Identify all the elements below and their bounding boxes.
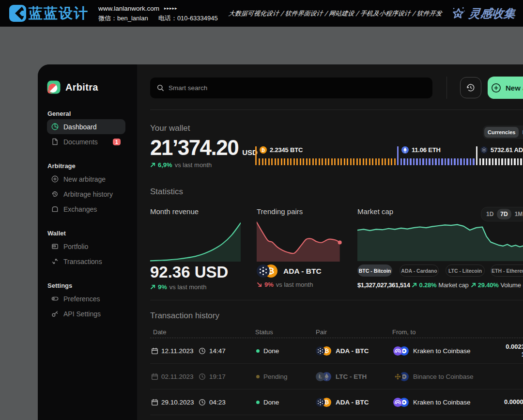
search-bar[interactable] [150, 78, 432, 98]
sidebar-item-transactions[interactable]: Transactions [47, 254, 125, 269]
month-revenue-change-note: vs last month [169, 283, 207, 291]
month-revenue-change-pct: 9% [158, 283, 167, 291]
transaction-status-cell: Done [252, 347, 313, 355]
transaction-time: 19:17 [209, 373, 226, 380]
site-logo[interactable]: 蓝蓝设计 [9, 4, 89, 23]
market-cap-change-label: Market cap [438, 281, 468, 289]
transaction-pair: ADA - BTC [336, 399, 369, 406]
route-exchange-icons [393, 398, 409, 407]
site-url[interactable]: www.lanlanwork.com [98, 5, 159, 13]
market-cap-range-tabs: 1D7D1M [481, 207, 523, 221]
transactions-header-row: DateStatusPairFrom, to [150, 327, 523, 337]
transaction-amount-cell: 0.00231 [504, 343, 523, 359]
range-tab-1m[interactable]: 1M [511, 209, 523, 219]
wallet-section: Your wallet CurrenciesExchanges 21’374.2… [150, 110, 523, 169]
transaction-status: Done [263, 399, 279, 406]
transactions-rows: 12.11.202314:47Done₿ADA - BTCKraken to C… [150, 338, 523, 415]
history-button[interactable] [460, 77, 481, 98]
sidebar-section: SettingsPreferencesAPI Settings [47, 282, 137, 321]
arbitra-logo-icon [47, 80, 61, 94]
transaction-amount: 0.0023 [504, 343, 523, 351]
sidebar-item-label: Transactions [63, 258, 102, 265]
range-tab-7d[interactable]: 7D [497, 209, 511, 219]
ltc-coin-icon: Ł [316, 372, 325, 381]
sidebar: Arbitra GeneralDashboardDocuments1Arbitr… [38, 64, 137, 420]
wallet-tab-exchanges[interactable]: Exchanges [519, 127, 523, 138]
svg-text:₿: ₿ [324, 347, 329, 354]
sidebar-nav: GeneralDashboardDocuments1ArbitrageNew a… [47, 110, 137, 321]
holding-label: 5732.61 ADA [480, 146, 523, 154]
sidebar-item-api-settings[interactable]: API Settings [47, 306, 125, 321]
transaction-time: 04:23 [209, 399, 226, 406]
market-cap-stats: $1,327,027,361,514 0.28% Market cap 29.4… [357, 281, 523, 289]
wallet-icon [51, 243, 59, 250]
new-arbitrage-button[interactable]: New arbitrage [488, 77, 523, 99]
sidebar-item-label: Preferences [63, 295, 100, 303]
coin-pill-ltc[interactable]: LTC - Litecoin [446, 264, 485, 277]
market-cap-label: Market cap [357, 207, 393, 216]
month-revenue-change: 9% vs last month [150, 283, 241, 291]
wallet-tab-currencies[interactable]: Currencies [484, 127, 519, 138]
transaction-row[interactable]: 12.11.202314:47Done₿ADA - BTCKraken to C… [150, 338, 523, 364]
transaction-date-cell: 02.11.202319:17 [150, 373, 252, 380]
transaction-date-cell: 29.10.202304:23 [150, 399, 252, 406]
wallet-holding-ada: 5732.61 ADA [476, 146, 523, 165]
holding-marker [476, 146, 477, 165]
coin-pill-btc[interactable]: BTC - Bitcoin [357, 264, 392, 277]
search-input[interactable] [169, 84, 426, 92]
wallet-change-pct: 6,9% [158, 161, 172, 169]
coin-pill-ada[interactable]: ADA - Cardano [400, 264, 439, 277]
lanlan-logo-icon [9, 4, 27, 22]
column-header-date: Date [150, 328, 252, 336]
clock-icon [199, 347, 206, 355]
transaction-route: Kraken to Coinbase [413, 399, 471, 406]
ada-coin-icon [316, 346, 325, 356]
market-cap-card: Market cap 1D7D1M BTC - BitcoinADA - Car… [357, 207, 523, 291]
trending-pairs-label: Trending pairs [257, 207, 342, 216]
sidebar-section-label: Arbitrage [47, 162, 137, 170]
range-tab-1d[interactable]: 1D [483, 209, 497, 219]
ada-coin-icon [316, 398, 325, 407]
transaction-route: Kraken to Coinbase [413, 347, 471, 355]
trending-pair-coins: ₿ [257, 264, 277, 278]
holding-bars [479, 158, 523, 165]
sidebar-item-dashboard[interactable]: Dashboard [47, 119, 125, 134]
sidebar-item-preferences[interactable]: Preferences [47, 291, 125, 306]
transactions-table: DateStatusPairFrom, to 12.11.202314:47Do… [150, 327, 523, 415]
sidebar-item-label: Arbitrage history [63, 190, 113, 198]
dashboard-icon [51, 123, 59, 130]
trend-down-icon [257, 282, 262, 287]
document-icon [51, 138, 59, 145]
transaction-row[interactable]: 29.10.202304:23Done₿ADA - BTCKraken to C… [150, 389, 523, 415]
site-logo-text: 蓝蓝设计 [29, 4, 89, 23]
btc-coin-icon: ₿ [260, 146, 267, 154]
transaction-pair: LTC - ETH [336, 373, 367, 380]
history-icon [465, 82, 476, 93]
column-header-fromto: From, to [389, 328, 504, 336]
transaction-pair-cell: ₿ADA - BTC [313, 346, 389, 356]
sidebar-item-arbitrage-history[interactable]: Arbitrage history [47, 187, 125, 202]
transaction-status: Pending [263, 373, 288, 380]
holding-marker [397, 146, 399, 165]
app-brand-name: Arbitra [65, 82, 98, 93]
transaction-row[interactable]: 02.11.202319:17PendingŁLTC - ETHBinance … [150, 364, 523, 389]
coin-pill-eth[interactable]: ETH - Ethereum [491, 264, 523, 277]
transaction-amount-cell: 0.00005 [504, 398, 523, 406]
arrows-icon: ▸▸▸▸▸ [164, 6, 178, 11]
trend-up-icon [412, 282, 417, 288]
ada-coin-icon [480, 146, 488, 154]
volume-change: 29.40% [478, 281, 499, 289]
sidebar-item-exchanges[interactable]: Exchanges [47, 202, 125, 217]
topbar-divider [446, 77, 447, 99]
holding-amount: 5732.61 ADA [491, 146, 523, 154]
sidebar-item-documents[interactable]: Documents1 [47, 134, 125, 149]
transaction-amount: 0.00005 [504, 398, 523, 406]
statistics-section: Statistics Month revenue 92.36 USD 9% vs… [150, 169, 523, 300]
app-brand: Arbitra [47, 80, 137, 94]
trend-up-icon [471, 282, 476, 288]
history-icon [51, 190, 59, 198]
site-collect-link[interactable]: 灵感收集 [450, 6, 516, 21]
sidebar-item-new-arbitrage[interactable]: New arbitrage [47, 171, 125, 187]
sidebar-item-portfolio[interactable]: Portfolio [47, 239, 125, 254]
key-icon [51, 310, 59, 317]
